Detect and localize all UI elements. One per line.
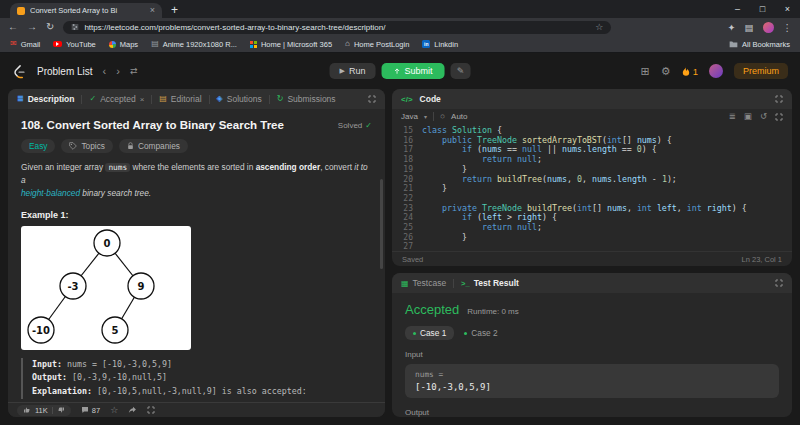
streak-counter[interactable]: 1: [682, 66, 698, 77]
divider: [52, 407, 53, 414]
bookmark-gmail[interactable]: ✉ Gmail: [10, 40, 40, 49]
bookmark-star-icon[interactable]: ☆: [595, 22, 603, 32]
difficulty-badge[interactable]: Easy: [21, 139, 55, 153]
favorite-star-icon[interactable]: ☆: [110, 406, 118, 415]
gmail-icon: ✉: [10, 40, 17, 48]
bookmark-label: Anime 1920x1080 R...: [163, 40, 237, 49]
all-bookmarks-button[interactable]: All Bookmarks: [729, 40, 790, 49]
browser-menu-icon[interactable]: ⋮: [783, 22, 793, 33]
format-icon[interactable]: ≣: [729, 112, 736, 121]
back-icon[interactable]: ←: [8, 22, 18, 32]
browser-tab[interactable]: Convert Sorted Array to Bi ×: [10, 3, 162, 18]
case-2-chip[interactable]: Case 2: [464, 328, 497, 338]
bookmark-label: Maps: [120, 40, 138, 49]
height-balanced-link[interactable]: height-balanced: [21, 188, 80, 198]
gear-icon[interactable]: ⚙: [661, 66, 671, 77]
expand-icon[interactable]: [775, 113, 783, 121]
tab-editorial[interactable]: ▤ Editorial: [159, 94, 201, 104]
tab-accepted[interactable]: ✓ Accepted ×: [89, 94, 144, 104]
statement-text: ascending order: [256, 162, 321, 172]
problem-title: 108. Convert Sorted Array to Binary Sear…: [21, 119, 330, 131]
solved-badge: Solved ✓: [338, 121, 372, 130]
bookmark-maps[interactable]: Maps: [109, 40, 138, 49]
code-panel-title: Code: [420, 94, 441, 104]
description-content: 108. Convert Sorted Array to Binary Sear…: [8, 109, 385, 402]
leetcode-logo[interactable]: [12, 64, 27, 79]
code-text: }: [422, 184, 447, 194]
address-bar[interactable]: https://leetcode.com/problems/convert-so…: [63, 21, 611, 34]
editor-tools: ≣ ▣ ↺: [729, 112, 783, 121]
extensions-icon[interactable]: ✦: [728, 22, 736, 33]
thumbs-up-icon[interactable]: [23, 406, 31, 414]
companies-chip[interactable]: Companies: [119, 139, 188, 153]
layout-icon[interactable]: ⊞: [641, 66, 650, 77]
new-tab-button[interactable]: +: [171, 4, 178, 16]
expand-icon[interactable]: [775, 95, 783, 103]
tab-solutions[interactable]: ◈ Solutions: [217, 94, 262, 104]
tab-test-result[interactable]: >_ Test Result: [461, 278, 519, 288]
minimize-button[interactable]: –: [725, 4, 750, 14]
maximize-button[interactable]: □: [750, 4, 775, 14]
premium-button[interactable]: Premium: [734, 63, 788, 79]
notes-button[interactable]: ✎: [450, 63, 470, 79]
shuffle-icon[interactable]: ⇄: [130, 67, 138, 76]
bookmark-youtube[interactable]: YouTube: [53, 40, 95, 49]
result-panel-tabs: ▦ Testcase >_ Test Result: [392, 273, 792, 293]
language-selector[interactable]: Java: [401, 112, 418, 121]
tag-icon: [69, 142, 77, 150]
tab-close-icon[interactable]: ×: [150, 6, 155, 15]
expand-icon[interactable]: [775, 279, 783, 287]
chevron-down-icon[interactable]: ▾: [424, 113, 427, 120]
problem-list-button[interactable]: Problem List: [37, 66, 93, 77]
expand-icon[interactable]: [147, 406, 155, 414]
forward-icon[interactable]: →: [27, 22, 37, 32]
bookmark-icon[interactable]: ▣: [744, 112, 752, 121]
next-problem-icon[interactable]: ›: [116, 66, 120, 77]
run-button[interactable]: ▶ Run: [330, 63, 376, 79]
code-lines[interactable]: 15class Solution {16 public TreeNode sor…: [392, 124, 792, 251]
window-close-button[interactable]: ×: [775, 4, 800, 14]
side-panel-icon[interactable]: ▤: [745, 22, 754, 33]
bookmark-anime[interactable]: ▤ Anime 1920x1080 R...: [151, 40, 237, 49]
svg-text:-3: -3: [67, 280, 78, 291]
thumbs-down-icon[interactable]: [57, 406, 65, 414]
cursor-position: Ln 23, Col 1: [742, 255, 782, 264]
reload-icon[interactable]: ↻: [46, 22, 54, 32]
tune-icon[interactable]: [71, 23, 79, 31]
share-icon[interactable]: [128, 406, 137, 414]
divider: [151, 95, 152, 104]
line-number: 19: [392, 165, 422, 175]
code-line[interactable]: 20 return buildTree(nums, 0, nums.length…: [392, 175, 792, 185]
bookmark-linkedin[interactable]: in Linkdin: [422, 40, 458, 49]
tab-testcase[interactable]: ▦ Testcase: [401, 278, 446, 288]
scrollbar-thumb[interactable]: [380, 179, 383, 269]
tab-description[interactable]: ≣ Description: [17, 94, 74, 104]
explanation-label: Explanation:: [32, 386, 92, 396]
comments-widget[interactable]: 87: [81, 406, 100, 415]
tab-submissions[interactable]: ↻ Submissions: [277, 94, 336, 104]
explanation-value: [0,-10,5,null,-3,null,9] is also accepte…: [92, 386, 307, 396]
code-line[interactable]: 21 }: [392, 184, 792, 194]
companies-label: Companies: [138, 141, 180, 151]
topics-chip[interactable]: Topics: [61, 139, 113, 153]
code-line[interactable]: 27: [392, 242, 792, 251]
line-number: 23: [392, 204, 422, 214]
case-1-chip[interactable]: Case 1: [405, 326, 454, 340]
url-text[interactable]: https://leetcode.com/problems/convert-so…: [84, 23, 590, 32]
play-icon: ▶: [340, 67, 345, 75]
code-line[interactable]: 26 }: [392, 233, 792, 243]
bookmark-microsoft365[interactable]: Home | Microsoft 365: [250, 40, 332, 49]
close-icon[interactable]: ×: [140, 95, 145, 104]
lock-icon: [127, 142, 134, 150]
browser-profile-avatar[interactable]: [763, 22, 774, 33]
svg-text:0: 0: [104, 237, 111, 248]
expand-icon[interactable]: [368, 95, 376, 103]
submit-button[interactable]: Submit: [381, 63, 444, 79]
reset-icon[interactable]: ↺: [760, 112, 767, 121]
prev-problem-icon[interactable]: ‹: [103, 66, 107, 77]
testcase-input-box[interactable]: nums = [-10,-3,0,5,9]: [405, 364, 779, 398]
user-avatar[interactable]: [709, 64, 723, 78]
bookmark-home-postlogin[interactable]: ⌂ Home PostLogin: [345, 40, 409, 49]
auto-toggle[interactable]: Auto: [451, 112, 467, 121]
toolbar-right: ✦ ▤ ⋮: [728, 22, 792, 33]
